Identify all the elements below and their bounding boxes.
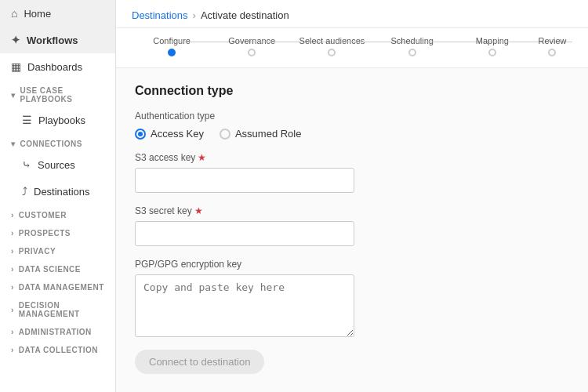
steps-bar: Configure Governance Select audiences Sc… — [116, 28, 588, 68]
required-indicator: ★ — [198, 152, 206, 163]
section-customer[interactable]: › CUSTOMER — [0, 205, 115, 223]
sidebar-item-workflows[interactable]: ✦ Workflows — [0, 27, 115, 53]
radio-access-key[interactable]: Access Key — [135, 128, 204, 140]
s3-access-key-input[interactable] — [135, 168, 354, 193]
step-dot — [408, 49, 416, 56]
step-dot — [168, 49, 176, 56]
section-data-science[interactable]: › DATA SCIENCE — [0, 259, 115, 277]
sidebar-item-playbooks[interactable]: ☰ Playbooks — [0, 107, 115, 133]
step-dot — [248, 49, 256, 56]
radio-label: Access Key — [151, 128, 204, 140]
chevron-right-icon: › — [11, 346, 14, 354]
radio-circle-assumed-role — [220, 129, 230, 140]
section-data-collection[interactable]: › DATA COLLECTION — [0, 339, 115, 358]
section-decision-management[interactable]: › DECISION MANAGEMENT — [0, 295, 115, 321]
section-label: CONNECTIONS — [20, 140, 82, 148]
pgp-key-textarea[interactable] — [135, 274, 354, 337]
section-use-case-playbooks[interactable]: ▾ USE CASE PLAYBOOKS — [0, 80, 115, 107]
step-governance[interactable]: Governance — [212, 36, 292, 56]
section-label: DECISION MANAGEMENT — [19, 301, 104, 318]
step-scheduling[interactable]: Scheduling — [372, 36, 452, 56]
field-s3-access-key: S3 access key ★ — [135, 152, 569, 193]
home-icon: ⌂ — [11, 7, 17, 20]
step-label: Scheduling — [390, 36, 433, 45]
required-indicator: ★ — [194, 205, 203, 216]
chevron-right-icon: › — [11, 265, 14, 274]
field-label-s3-secret-key: S3 secret key ★ — [135, 205, 569, 216]
sidebar-item-label: Home — [24, 8, 51, 20]
step-label: Review — [538, 36, 566, 45]
dashboards-icon: ▦ — [11, 60, 21, 73]
sidebar-item-label: Workflows — [27, 34, 78, 46]
sidebar-item-label: Sources — [38, 159, 75, 171]
field-label-pgp-key: PGP/GPG encryption key — [135, 259, 569, 270]
breadcrumb-current: Activate destination — [201, 9, 289, 21]
step-label: Mapping — [476, 36, 509, 45]
step-label: Configure — [153, 36, 191, 45]
steps-container: Configure Governance Select audiences Sc… — [132, 36, 572, 56]
section-prospects[interactable]: › PROSPECTS — [0, 223, 115, 241]
field-s3-secret-key: S3 secret key ★ — [135, 205, 569, 246]
playbooks-icon: ☰ — [22, 114, 32, 126]
section-label: DATA COLLECTION — [19, 346, 98, 354]
chevron-right-icon: › — [11, 211, 14, 220]
chevron-down-icon: ▾ — [11, 91, 16, 100]
sidebar: ⌂ Home ✦ Workflows ▦ Dashboards ▾ USE CA… — [0, 0, 116, 392]
step-configure[interactable]: Configure — [132, 36, 212, 56]
sidebar-item-dashboards[interactable]: ▦ Dashboards — [0, 53, 115, 80]
radio-label: Assumed Role — [235, 128, 302, 140]
step-label: Select audiences — [299, 36, 365, 45]
step-dot — [328, 49, 336, 56]
section-label: PROSPECTS — [19, 229, 71, 238]
radio-assumed-role[interactable]: Assumed Role — [220, 128, 302, 140]
main-content: Destinations › Activate destination Conf… — [116, 0, 588, 392]
chevron-right-icon: › — [11, 283, 14, 292]
field-pgp-key: PGP/GPG encryption key — [135, 259, 569, 337]
chevron-right-icon: › — [11, 247, 14, 256]
step-label: Governance — [228, 36, 275, 45]
sidebar-item-home[interactable]: ⌂ Home — [0, 0, 115, 27]
s3-secret-key-input[interactable] — [135, 221, 354, 246]
sidebar-item-label: Playbooks — [38, 114, 85, 126]
section-administration[interactable]: › ADMINISTRATION — [0, 321, 115, 339]
section-label: CUSTOMER — [19, 211, 67, 220]
destinations-icon: ⤴ — [22, 185, 27, 198]
sidebar-item-sources[interactable]: ⤷ Sources — [0, 151, 115, 178]
sidebar-item-label: Dashboards — [27, 61, 82, 73]
workflows-icon: ✦ — [11, 34, 20, 46]
sidebar-item-label: Destinations — [34, 186, 90, 198]
chevron-right-icon: › — [11, 229, 14, 238]
section-label: DATA MANAGEMENT — [19, 283, 104, 292]
step-review[interactable]: Review — [532, 36, 572, 56]
sources-icon: ⤷ — [22, 158, 31, 171]
radio-circle-access-key — [135, 129, 146, 140]
field-label-s3-access-key: S3 access key ★ — [135, 152, 569, 163]
form-content: Connection type Authentication type Acce… — [116, 68, 588, 390]
breadcrumb-separator: › — [193, 9, 196, 21]
step-select-audiences[interactable]: Select audiences — [292, 36, 372, 56]
chevron-right-icon: › — [11, 328, 14, 336]
connect-to-destination-button[interactable]: Connect to destination — [135, 350, 264, 374]
auth-radio-group: Access Key Assumed Role — [135, 128, 569, 140]
step-dot — [548, 49, 556, 56]
section-label: USE CASE PLAYBOOKS — [20, 86, 105, 103]
sidebar-item-destinations[interactable]: ⤴ Destinations — [0, 178, 115, 205]
section-connections[interactable]: ▾ CONNECTIONS — [0, 133, 115, 151]
section-label: PRIVACY — [19, 247, 56, 256]
section-label: ADMINISTRATION — [19, 328, 92, 336]
section-data-management[interactable]: › DATA MANAGEMENT — [0, 277, 115, 295]
step-dot — [488, 49, 496, 56]
breadcrumb-parent[interactable]: Destinations — [132, 9, 188, 21]
auth-type-section: Authentication type Access Key Assumed R… — [135, 111, 569, 140]
section-title: Connection type — [135, 84, 569, 98]
chevron-down-icon: ▾ — [11, 140, 16, 148]
breadcrumb: Destinations › Activate destination — [116, 0, 588, 28]
chevron-right-icon: › — [11, 306, 14, 314]
auth-type-label: Authentication type — [135, 111, 569, 122]
step-mapping[interactable]: Mapping — [452, 36, 532, 56]
section-label: DATA SCIENCE — [19, 265, 81, 274]
section-privacy[interactable]: › PRIVACY — [0, 241, 115, 259]
